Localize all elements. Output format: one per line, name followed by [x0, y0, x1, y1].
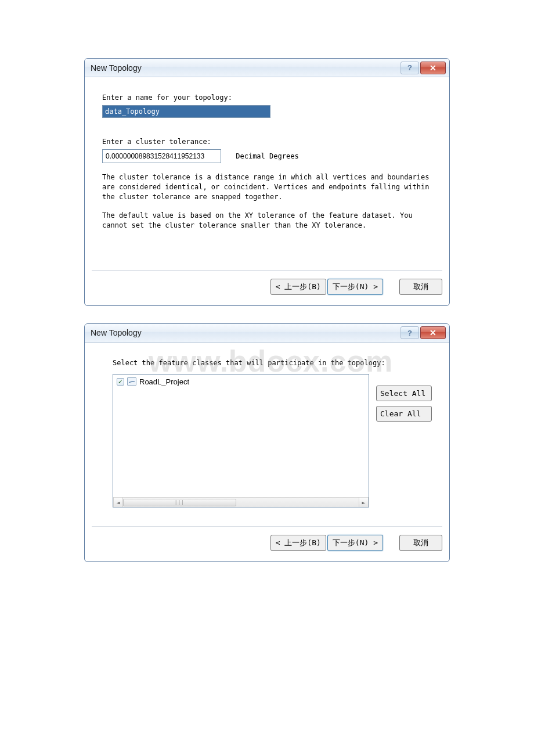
- chevron-right-icon: ►: [362, 499, 365, 506]
- help-icon: ?: [407, 329, 412, 337]
- scroll-thumb[interactable]: |||: [123, 499, 236, 506]
- cancel-button[interactable]: 取消: [399, 535, 442, 551]
- feature-class-instruction: Select the feature classes that will par…: [113, 359, 432, 367]
- check-icon: ✓: [118, 379, 123, 385]
- dialog-title: New Topology: [91, 63, 400, 73]
- scroll-left-button[interactable]: ◄: [113, 498, 123, 507]
- tolerance-help-text-2: The default value is based on the XY tol…: [102, 211, 432, 231]
- feature-checkbox[interactable]: ✓: [117, 378, 124, 386]
- scroll-track[interactable]: |||: [123, 498, 359, 507]
- help-button[interactable]: ?: [400, 62, 419, 74]
- next-button[interactable]: 下一步(N) >: [327, 279, 383, 295]
- clear-all-button[interactable]: Clear All: [376, 406, 432, 422]
- chevron-left-icon: ◄: [116, 499, 120, 506]
- wizard-footer: < 上一步(B) 下一步(N) > 取消: [92, 526, 442, 561]
- cancel-button[interactable]: 取消: [399, 279, 442, 295]
- cluster-tolerance-label: Enter a cluster tolerance:: [102, 138, 432, 146]
- feature-selection-buttons: Select All Clear All: [376, 374, 432, 507]
- feature-class-name: RoadL_Project: [139, 377, 189, 386]
- horizontal-scrollbar[interactable]: ◄ ||| ►: [113, 497, 369, 507]
- close-icon: ✕: [430, 63, 436, 73]
- topology-name-input[interactable]: [102, 105, 270, 118]
- close-icon: ✕: [430, 328, 436, 337]
- scroll-right-button[interactable]: ►: [359, 498, 369, 507]
- select-all-button[interactable]: Select All: [376, 386, 432, 401]
- back-button[interactable]: < 上一步(B): [270, 535, 326, 551]
- feature-class-list[interactable]: ✓ RoadL_Project ◄ |||: [113, 374, 369, 507]
- back-button[interactable]: < 上一步(B): [270, 279, 326, 295]
- new-topology-feature-dialog: New Topology ? ✕ www.bdocx.com Select th…: [84, 323, 450, 562]
- next-button[interactable]: 下一步(N) >: [327, 535, 383, 551]
- topology-name-label: Enter a name for your topology:: [102, 93, 432, 102]
- dialog-body: Enter a name for your topology: Enter a …: [85, 77, 449, 270]
- wizard-footer: < 上一步(B) 下一步(N) > 取消: [92, 270, 442, 305]
- close-button[interactable]: ✕: [420, 62, 446, 74]
- cluster-tolerance-input[interactable]: [102, 149, 221, 163]
- feature-class-item[interactable]: ✓ RoadL_Project: [113, 375, 369, 389]
- dialog-title: New Topology: [91, 328, 400, 337]
- help-icon: ?: [407, 63, 412, 72]
- new-topology-name-dialog: New Topology ? ✕ Enter a name for your t…: [84, 58, 450, 306]
- close-button[interactable]: ✕: [420, 326, 446, 339]
- titlebar[interactable]: New Topology ? ✕: [85, 59, 449, 77]
- scroll-grip-icon: |||: [175, 500, 185, 505]
- tolerance-unit-label: Decimal Degrees: [236, 152, 298, 160]
- dialog-body: www.bdocx.com Select the feature classes…: [85, 343, 449, 526]
- line-feature-icon: [127, 377, 136, 386]
- titlebar[interactable]: New Topology ? ✕: [85, 324, 449, 343]
- tolerance-help-text-1: The cluster tolerance is a distance rang…: [102, 172, 432, 201]
- help-button[interactable]: ?: [400, 326, 419, 339]
